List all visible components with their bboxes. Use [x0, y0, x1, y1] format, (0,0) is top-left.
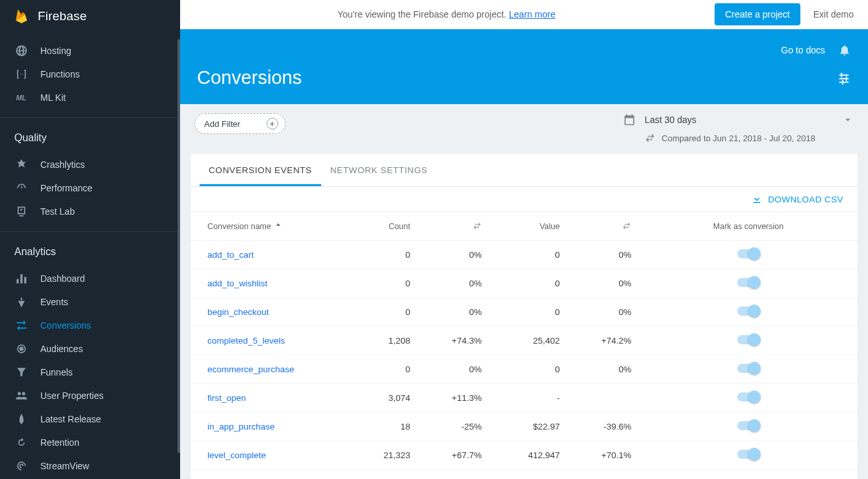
- svg-text:ML: ML: [16, 94, 27, 102]
- sidebar-item-label: StreamView: [40, 461, 89, 471]
- col-header-count-delta: [418, 212, 490, 241]
- exit-demo-link[interactable]: Exit demo: [813, 9, 854, 20]
- main: You're viewing the Firebase demo project…: [180, 0, 868, 479]
- value-delta-cell: 0%: [568, 298, 639, 327]
- count-delta-cell: +74.3%: [418, 327, 490, 355]
- retention-icon: [14, 435, 29, 450]
- download-csv-label: DOWNLOAD CSV: [768, 195, 843, 204]
- sidebar-item-label: Latest Release: [40, 414, 101, 424]
- tab-conversion-events[interactable]: CONVERSION EVENTS: [200, 154, 321, 186]
- sidebar-item-label: Performance: [40, 183, 92, 193]
- sidebar-item-performance[interactable]: Performance: [0, 176, 180, 200]
- col-header-name[interactable]: Conversion name: [191, 212, 340, 241]
- count-delta-cell: 0%: [418, 355, 490, 384]
- date-range-selector[interactable]: Last 30 days: [623, 113, 854, 126]
- sidebar-item-conversions[interactable]: Conversions: [0, 314, 180, 337]
- conversion-name-link[interactable]: level_complete: [191, 441, 340, 470]
- mark-toggle[interactable]: [737, 249, 759, 258]
- streamview-icon: [14, 459, 29, 473]
- col-header-value-delta: [568, 212, 639, 241]
- sidebar-item-label: Hosting: [40, 46, 71, 56]
- audiences-icon: [14, 342, 29, 356]
- value-delta-cell: -39.6%: [568, 413, 639, 441]
- count-delta-cell: 0%: [418, 241, 490, 269]
- events-icon: [14, 295, 29, 309]
- value-cell: 25,402: [490, 327, 568, 355]
- go-to-docs-link[interactable]: Go to docs: [781, 45, 825, 55]
- learn-more-link[interactable]: Learn more: [509, 9, 556, 20]
- count-cell: 0: [340, 298, 418, 327]
- conversions-icon: [14, 318, 29, 333]
- conversion-name-link[interactable]: ecommerce_purchase: [191, 355, 340, 384]
- page-title: Conversions: [197, 67, 302, 89]
- brand-name: Firebase: [38, 9, 87, 23]
- conversions-table: Conversion name Count Value Mark as conv…: [191, 212, 858, 470]
- conversion-name-link[interactable]: in_app_purchase: [191, 413, 340, 441]
- col-header-value[interactable]: Value: [490, 212, 568, 241]
- mark-toggle[interactable]: [737, 450, 759, 459]
- date-compare-label: Compared to Jun 21, 2018 - Jul 20, 2018: [662, 133, 815, 143]
- count-delta-cell: +67.7%: [418, 441, 490, 470]
- mark-toggle[interactable]: [737, 307, 759, 316]
- notifications-icon[interactable]: [838, 44, 851, 57]
- value-delta-cell: [568, 384, 639, 413]
- sidebar-item-crashlytics[interactable]: Crashlytics: [0, 153, 180, 176]
- value-cell: 412,947: [490, 441, 568, 470]
- sidebar-item-mlkit[interactable]: ML ML Kit: [0, 86, 180, 109]
- count-delta-cell: 0%: [418, 298, 490, 327]
- mark-cell: [639, 355, 858, 384]
- download-csv-button[interactable]: DOWNLOAD CSV: [751, 193, 843, 205]
- sidebar-item-funnels[interactable]: Funnels: [0, 361, 180, 384]
- sidebar-item-dashboard[interactable]: Dashboard: [0, 267, 180, 290]
- date-range-label: Last 30 days: [645, 115, 696, 125]
- sidebar-item-label: Test Lab: [40, 206, 75, 217]
- value-cell: 0: [490, 269, 568, 298]
- conversion-name-link[interactable]: begin_checkout: [191, 298, 340, 327]
- sidebar-item-label: ML Kit: [40, 92, 66, 103]
- mark-toggle[interactable]: [737, 364, 759, 373]
- value-cell: 0: [490, 298, 568, 327]
- firebase-logo-icon: [13, 8, 30, 25]
- sidebar-item-latest-release[interactable]: Latest Release: [0, 407, 180, 431]
- sidebar: Firebase Hosting Functions ML ML Kit Qua…: [0, 0, 180, 479]
- mark-toggle[interactable]: [737, 278, 759, 287]
- create-project-button[interactable]: Create a project: [715, 3, 800, 25]
- table-row: add_to_wishlist00%00%: [191, 269, 858, 298]
- table-row: add_to_cart00%00%: [191, 241, 858, 269]
- testlab-icon: [14, 204, 29, 219]
- conversion-name-link[interactable]: add_to_cart: [191, 241, 340, 269]
- tune-icon[interactable]: [837, 71, 851, 85]
- conversion-name-link[interactable]: first_open: [191, 384, 340, 413]
- count-cell: 3,074: [340, 384, 418, 413]
- calendar-icon: [623, 113, 636, 126]
- brand[interactable]: Firebase: [0, 0, 180, 36]
- mark-toggle[interactable]: [737, 421, 759, 430]
- value-cell: -: [490, 384, 568, 413]
- col-header-count[interactable]: Count: [340, 212, 418, 241]
- sidebar-item-label: Conversions: [40, 320, 91, 331]
- compare-icon: [473, 221, 482, 230]
- add-filter-button[interactable]: Add Filter +: [194, 113, 285, 134]
- conversion-name-link[interactable]: add_to_wishlist: [191, 269, 340, 298]
- mark-toggle[interactable]: [737, 392, 759, 402]
- value-delta-cell: 0%: [568, 355, 639, 384]
- count-cell: 1,208: [340, 327, 418, 355]
- tab-network-settings[interactable]: NETWORK SETTINGS: [321, 154, 437, 186]
- compare-icon: [622, 221, 631, 230]
- sidebar-item-events[interactable]: Events: [0, 290, 180, 314]
- count-cell: 0: [340, 269, 418, 298]
- sidebar-header-analytics: Analytics: [0, 234, 180, 264]
- mark-toggle[interactable]: [737, 335, 759, 344]
- sidebar-item-hosting[interactable]: Hosting: [0, 39, 180, 62]
- sidebar-item-streamview[interactable]: StreamView: [0, 454, 180, 478]
- conversion-name-link[interactable]: completed_5_levels: [191, 327, 340, 355]
- sidebar-item-testlab[interactable]: Test Lab: [0, 200, 180, 223]
- sidebar-item-functions[interactable]: Functions: [0, 62, 180, 86]
- table-row: first_open3,074+11.3%-: [191, 384, 858, 413]
- col-header-mark: Mark as conversion: [639, 212, 858, 241]
- value-cell: 0: [490, 355, 568, 384]
- sidebar-item-audiences[interactable]: Audiences: [0, 337, 180, 361]
- sidebar-item-user-properties[interactable]: User Properties: [0, 384, 180, 407]
- sidebar-item-retention[interactable]: Retention: [0, 431, 180, 454]
- sidebar-item-label: Crashlytics: [40, 159, 85, 170]
